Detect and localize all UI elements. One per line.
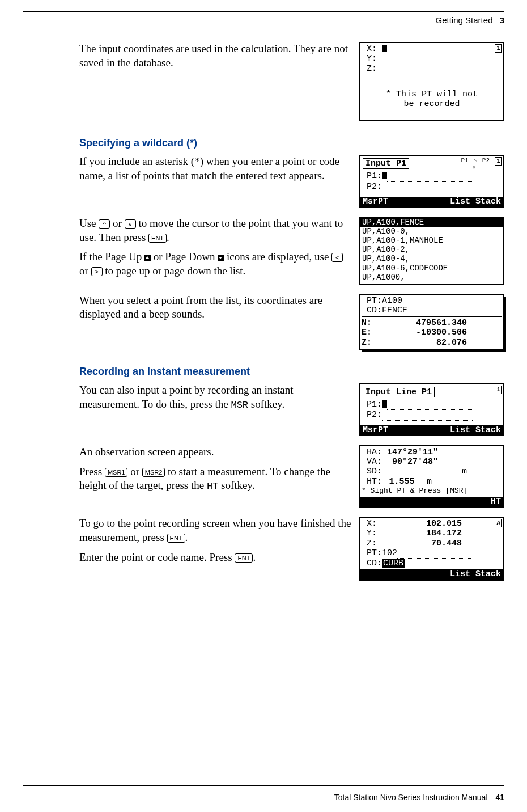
left-arrow-key: <: [332, 253, 343, 262]
footer-page-number: 41: [495, 793, 504, 802]
ent-key: ENT: [167, 534, 185, 543]
screen-xyz-blank: 1 X: Y: Z: * This PT will not be recorde…: [359, 42, 504, 121]
wildcard-nav-paras: Use ^ or v to move the cursor to the poi…: [79, 217, 351, 285]
page-indicator-icon: 1: [495, 44, 502, 53]
ht-softkey-label: HT: [207, 481, 218, 492]
wildcard-heading: Specifying a wildcard (*): [79, 137, 504, 149]
msr-softkey-label: MSR: [231, 400, 248, 411]
up-arrow-key: ^: [99, 219, 110, 229]
screen-point-list: UP,A100,FENCE UP,A100-0, UP,A100-1,MANHO…: [359, 217, 504, 285]
footer-title: Total Station Nivo Series Instruction Ma…: [334, 793, 488, 802]
softkey-ht[interactable]: HT: [491, 497, 501, 506]
screen-result: A X:102.015 Y:184.172 Z:70.448 PT:102 CD…: [359, 517, 504, 581]
screen-point-detail: PT:A100 CD:FENCE N: 479561.340 E: -10300…: [359, 294, 504, 350]
ent-key: ENT: [235, 553, 253, 563]
page-up-icon: [144, 255, 151, 261]
softkey-list-stack[interactable]: List Stack: [450, 425, 501, 435]
msr1-key: MSR1: [105, 468, 128, 477]
softkey-list-stack[interactable]: List Stack: [450, 197, 501, 206]
ent-key: ENT: [148, 234, 167, 243]
header-section: Getting Started: [436, 15, 493, 25]
record-paras-4-5: To go to the point recording screen when…: [79, 517, 351, 581]
record-para1: You can also input a point by recording …: [79, 383, 351, 436]
softkey-msrpt[interactable]: MsrPT: [363, 197, 388, 206]
softkey-list-stack[interactable]: List Stack: [450, 569, 501, 579]
wildcard-para1: If you include an asterisk (*) when you …: [79, 155, 351, 208]
screen-input-p1: 1 Input P1 P1 ⟍ P2 × P1: P2: MsrPT List …: [359, 155, 504, 208]
screen-observation: HA: 147°29'11" VA: 90°27'48" SD:m HT:1.5…: [359, 445, 504, 508]
page-indicator-icon: 1: [495, 386, 502, 394]
page-down-icon: [218, 255, 224, 261]
page-indicator-icon: 1: [495, 157, 502, 166]
msr2-key: MSR2: [142, 468, 165, 477]
softkey-msrpt[interactable]: MsrPT: [363, 425, 388, 435]
page-footer: Total Station Nivo Series Instruction Ma…: [334, 793, 504, 802]
right-arrow-key: >: [91, 267, 103, 276]
record-paras-2-3: An observation screen appears. Press MSR…: [79, 445, 351, 508]
mode-indicator-icon: A: [495, 519, 502, 527]
down-arrow-key: v: [125, 219, 136, 229]
wildcard-para4: When you select a point from the list, i…: [79, 294, 351, 350]
page-header: Getting Started 3: [23, 15, 504, 25]
header-chapter: 3: [500, 15, 504, 25]
screen-input-line-p1: 1 Input Line P1 P1: P2: MsrPT List Stack: [359, 383, 504, 436]
intro-paragraph: The input coordinates are used in the ca…: [79, 42, 351, 121]
record-heading: Recording an instant measurement: [79, 366, 504, 378]
